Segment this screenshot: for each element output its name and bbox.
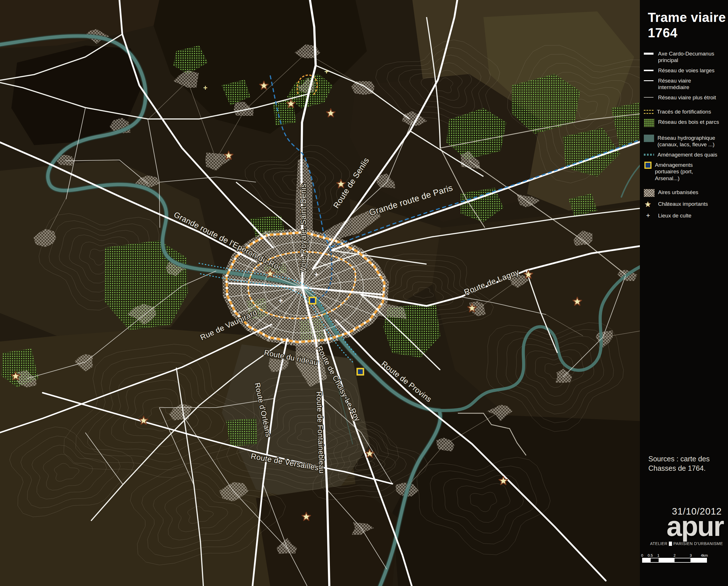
- legend-label: Châteaux importants: [658, 201, 720, 207]
- road-label: Voie Royale. Saint-Denis: [299, 184, 308, 272]
- legend-item: Réseau de voies larges: [644, 67, 726, 74]
- legend-item: Réseau viaire intermédiaire: [644, 77, 726, 91]
- apur-logo: apur: [667, 512, 724, 540]
- scale-label: 0.5: [648, 553, 653, 558]
- legend-panel: Trame viaire 1764 Axe Cardo-Decumanus pr…: [640, 0, 728, 586]
- legend-item: Axe Cardo-Decumanus principal: [644, 50, 726, 64]
- urban-hatch-icon: [644, 189, 655, 197]
- village-area: [351, 81, 374, 95]
- medium-line-swatch-icon: [644, 67, 655, 73]
- map-title-line2: 1764: [648, 25, 728, 41]
- scale-label: 3: [690, 553, 692, 558]
- legend-label: Axe Cardo-Decumanus principal: [658, 50, 720, 64]
- fortification-dash-icon: [644, 110, 653, 114]
- thick-line-swatch-icon: [644, 50, 655, 57]
- legend-item: Réseau des bois et parcs: [644, 119, 726, 127]
- map-title: Trame viaire 1764: [648, 10, 728, 41]
- scale-label: 1: [657, 553, 659, 558]
- legend-label: Aménagements portuaires (port, Arsenal..…: [655, 162, 717, 181]
- svg-text:+: +: [203, 83, 207, 92]
- map-title-line1: Trame viaire: [648, 10, 728, 25]
- legend-item: Réseau viaire plus étroit: [644, 94, 726, 101]
- legend-label: Réseau viaire intermédiaire: [658, 77, 720, 91]
- parks-swatch-icon: [644, 119, 655, 127]
- legend-item: Aires urbanisées: [644, 189, 726, 197]
- svg-text:+: +: [279, 296, 283, 305]
- water-swatch-icon: [644, 135, 654, 142]
- svg-text:+: +: [292, 285, 297, 294]
- scale-labels: 0 0.5 1 2 3 4km: [642, 553, 707, 558]
- thin-line-swatch-icon: [644, 77, 655, 84]
- culte-plus-icon: [644, 212, 655, 219]
- hairline-swatch-icon: [644, 94, 655, 100]
- legend-label: Réseau hydrographique (canaux, lacs, fle…: [657, 135, 720, 148]
- apur-logo-block: [669, 542, 672, 546]
- port-square: [309, 297, 316, 304]
- port-square: [357, 369, 363, 375]
- svg-text:+: +: [324, 67, 329, 76]
- scale-bar: 0 0.5 1 2 3 4km: [642, 553, 707, 563]
- page: { "panel": { "title_line1": "Trame viair…: [0, 0, 728, 586]
- quais-dash-icon: [644, 154, 654, 156]
- legend-item: Aménagements portuaires (port, Arsenal..…: [644, 162, 726, 181]
- apur-tagline-right: PARISIEN D'URBANISME: [673, 541, 723, 546]
- legend-label: Réseau de voies larges: [658, 67, 720, 74]
- legend-label: Aires urbanisées: [658, 189, 720, 196]
- legend-label: Réseau des bois et parcs: [658, 119, 720, 125]
- apur-tagline: ATELIER PARISIEN D'URBANISME: [650, 541, 723, 546]
- svg-text:+: +: [314, 270, 318, 278]
- legend-item: Tracés de fortifications: [644, 108, 726, 115]
- legend-item: Aménagement des quais: [644, 151, 726, 158]
- sources-note: Sources : carte des Chasses de 1764.: [648, 454, 720, 473]
- port-square-icon: [644, 162, 651, 169]
- scale-label: 0: [641, 553, 643, 558]
- legend-item: Châteaux importants: [644, 201, 726, 209]
- scale-label: 2: [673, 553, 675, 558]
- legend-label: Tracés de fortifications: [657, 108, 719, 115]
- legend-item: Réseau hydrographique (canaux, lacs, fle…: [644, 135, 726, 148]
- legend-label: Aménagement des quais: [657, 151, 720, 158]
- legend-label: Réseau viaire plus étroit: [658, 94, 720, 101]
- chateau-star-icon: [644, 201, 655, 209]
- map-canvas: + + + + + Voie Royale. Saint-Denis Route…: [0, 0, 728, 586]
- legend-label: Lieux de culte: [658, 212, 720, 219]
- scale-bar-segments: [642, 558, 707, 563]
- legend-item: Lieux de culte: [644, 212, 726, 219]
- legend: Axe Cardo-Decumanus principal Réseau de …: [644, 50, 728, 219]
- scale-label: 4km: [701, 553, 708, 558]
- apur-tagline-left: ATELIER: [650, 541, 668, 546]
